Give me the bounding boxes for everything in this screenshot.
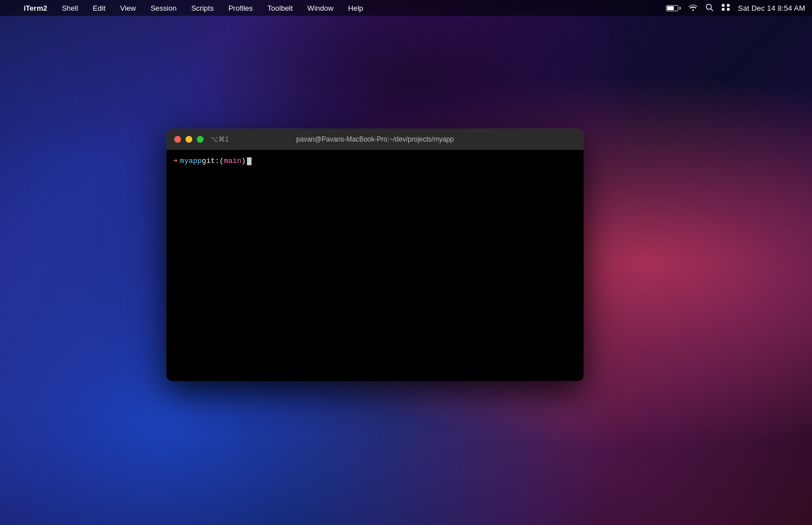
help-menu[interactable]: Help — [346, 3, 365, 14]
system-clock: Sat Dec 14 8:54 AM — [738, 4, 805, 12]
prompt-branch-name: main — [224, 156, 241, 167]
terminal-window[interactable]: ⌥⌘1 pavan@Pavans-MacBook-Pro:~/dev/proje… — [166, 129, 584, 381]
prompt-directory: myapp — [180, 156, 202, 167]
menubar-left: iTerm2 Shell Edit View Session Scripts P… — [7, 3, 365, 14]
menubar-right: Sat Dec 14 8:54 AM — [666, 3, 805, 13]
app-name-menu[interactable]: iTerm2 — [21, 3, 50, 14]
terminal-body[interactable]: ➜ myapp git: ( main ) — [166, 150, 584, 381]
window-controls — [174, 136, 204, 143]
svg-rect-3 — [727, 4, 730, 7]
svg-rect-5 — [727, 8, 730, 11]
apple-menu[interactable] — [7, 7, 11, 9]
prompt-arrow-icon: ➜ — [173, 156, 178, 167]
tab-indicator: ⌥⌘1 — [210, 135, 229, 143]
battery-status — [666, 5, 681, 11]
terminal-title: pavan@Pavans-MacBook-Pro:~/dev/projects/… — [296, 135, 453, 143]
search-icon[interactable] — [705, 3, 713, 13]
toolbelt-menu[interactable]: Toolbelt — [265, 3, 295, 14]
battery-tip — [679, 7, 681, 10]
svg-rect-2 — [722, 4, 725, 7]
control-center-icon[interactable] — [721, 3, 730, 13]
svg-rect-4 — [722, 8, 725, 11]
terminal-titlebar: ⌥⌘1 pavan@Pavans-MacBook-Pro:~/dev/proje… — [166, 129, 584, 150]
battery-fill — [667, 6, 674, 10]
view-menu[interactable]: View — [118, 3, 138, 14]
prompt-branch-open: ( — [219, 156, 224, 167]
window-menu[interactable]: Window — [305, 3, 336, 14]
svg-line-1 — [710, 8, 713, 11]
minimize-button[interactable] — [186, 136, 192, 143]
edit-menu[interactable]: Edit — [91, 3, 108, 14]
session-menu[interactable]: Session — [148, 3, 179, 14]
scripts-menu[interactable]: Scripts — [189, 3, 216, 14]
shell-menu[interactable]: Shell — [60, 3, 81, 14]
prompt-branch-close: ) — [241, 156, 246, 167]
menubar: iTerm2 Shell Edit View Session Scripts P… — [0, 0, 812, 16]
prompt-line: ➜ myapp git: ( main ) — [173, 156, 577, 167]
close-button[interactable] — [174, 136, 181, 143]
wifi-icon[interactable] — [689, 4, 698, 12]
profiles-menu[interactable]: Profiles — [226, 3, 255, 14]
prompt-git-text: git: — [202, 156, 219, 167]
battery-body — [666, 5, 678, 11]
maximize-button[interactable] — [197, 136, 204, 143]
terminal-cursor — [247, 157, 251, 165]
